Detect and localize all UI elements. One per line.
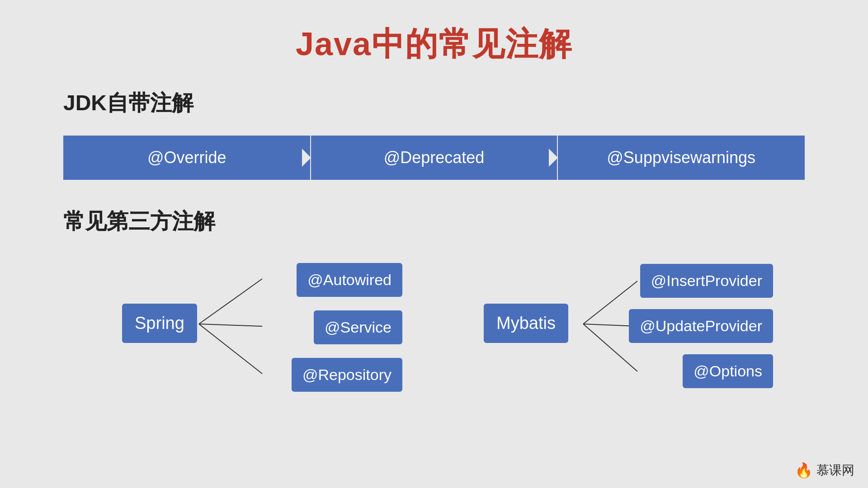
flame-icon: 🔥: [795, 462, 813, 479]
slide: Java中的常见注解 JDK自带注解 @Override @Deprecated…: [0, 0, 868, 488]
watermark: 🔥 慕课网: [795, 462, 854, 479]
third-party-title: 常见第三方注解: [63, 207, 832, 236]
watermark-text: 慕课网: [816, 462, 854, 479]
spring-diagram: Spring @Autowired @Service @Repository: [95, 254, 402, 399]
diagram-container: Spring @Autowired @Service @Repository: [36, 254, 832, 399]
third-party-section: 常见第三方注解 Spring @A: [36, 207, 832, 399]
main-title: Java中的常见注解: [36, 23, 832, 66]
jdk-box-suppvise: @Suppvisewarnings: [557, 136, 805, 180]
jdk-section-title: JDK自带注解: [63, 89, 832, 117]
mybatis-center-box: Mybatis: [484, 304, 568, 343]
jdk-box-override: @Override: [63, 136, 311, 180]
spring-repository-box: @Repository: [292, 358, 402, 392]
jdk-section: JDK自带注解 @Override @Deprecated @Suppvisew…: [36, 89, 832, 180]
mybatis-options-box: @Options: [683, 354, 773, 388]
mybatis-insert-box: @InsertProvider: [640, 264, 773, 298]
spring-service-box: @Service: [314, 310, 402, 344]
spring-center-box: Spring: [122, 304, 197, 343]
jdk-box-deprecated: @Deprecated: [311, 136, 558, 180]
spring-autowired-box: @Autowired: [297, 263, 402, 297]
svg-line-2: [199, 324, 262, 374]
svg-line-1: [199, 324, 262, 326]
mybatis-diagram: Mybatis @InsertProvider @UpdateProvider …: [448, 254, 773, 399]
svg-line-0: [199, 279, 262, 324]
jdk-annotations-row: @Override @Deprecated @Suppvisewarnings: [63, 136, 805, 180]
mybatis-update-box: @UpdateProvider: [629, 309, 773, 343]
